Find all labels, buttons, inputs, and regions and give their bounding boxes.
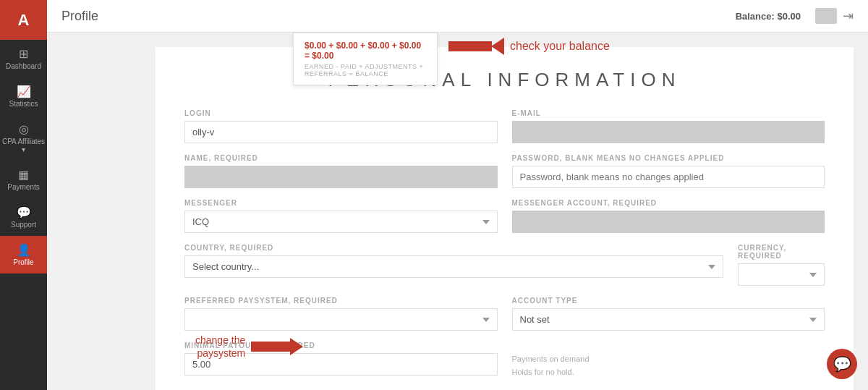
name-input[interactable] xyxy=(184,166,498,188)
email-group: E-MAIL xyxy=(512,109,825,143)
login-group: LOGIN xyxy=(184,109,498,143)
change-paysystem-annotation: change the paysystem xyxy=(195,334,303,360)
form-row-4: COUNTRY, REQUIRED Select country... CURR… xyxy=(184,244,825,286)
payment-note: Payments on demand Holds for no hold. xyxy=(512,353,825,378)
paysystem-select[interactable] xyxy=(184,308,498,331)
email-input[interactable] xyxy=(512,121,825,143)
balance-label: Balance: xyxy=(736,11,775,22)
messenger-account-label: MESSENGER ACCOUNT, REQUIRED xyxy=(512,199,825,207)
balance-labels: EARNED - PAID + ADJUSTMENTS + REFERRALS … xyxy=(305,63,426,77)
avatar xyxy=(815,8,837,24)
sidebar-item-label: Support xyxy=(11,221,36,229)
balance-formula: $0.00 + $0.00 + $0.00 + $0.00 = $0.00 xyxy=(305,41,426,61)
account-type-select[interactable]: Not set xyxy=(512,308,825,331)
sidebar-item-label: Statistics xyxy=(9,100,38,108)
login-label: LOGIN xyxy=(184,109,498,117)
check-balance-text: check your balance xyxy=(510,40,610,53)
name-group: NAME, REQUIRED xyxy=(184,154,498,188)
currency-select-wrapper xyxy=(738,263,825,286)
paysystem-group: PREFERRED PAYSYSTEM, REQUIRED xyxy=(184,297,498,331)
payment-note-spacer xyxy=(512,342,825,349)
form-row-2: NAME, REQUIRED PASSWORD, BLANK MEANS NO … xyxy=(184,154,825,188)
country-select-wrapper: Select country... xyxy=(184,255,723,278)
sidebar-item-support[interactable]: 💬 Support xyxy=(0,198,47,236)
paysystem-label: PREFERRED PAYSYSTEM, REQUIRED xyxy=(184,297,498,305)
messenger-select-wrapper: ICQ Skype Telegram WhatsApp xyxy=(184,211,498,233)
payments-icon: ▦ xyxy=(18,168,29,182)
form-row-3: MESSENGER ICQ Skype Telegram WhatsApp ME… xyxy=(184,199,825,233)
login-input[interactable] xyxy=(184,121,498,143)
payment-note-line1: Payments on demand xyxy=(512,353,825,366)
dashboard-icon: ⊞ xyxy=(19,47,28,61)
form-row-5: PREFERRED PAYSYSTEM, REQUIRED ACCOUNT TY… xyxy=(184,297,825,331)
country-label: COUNTRY, REQUIRED xyxy=(184,244,723,252)
sidebar-item-payments[interactable]: ▦ Payments xyxy=(0,161,47,198)
logo-letter: A xyxy=(18,11,30,30)
sidebar-item-label: CPA Affiliates xyxy=(2,137,45,145)
cpa-icon: ◎ xyxy=(19,122,29,136)
name-label: NAME, REQUIRED xyxy=(184,154,498,162)
profile-icon: 👤 xyxy=(17,243,31,257)
password-input[interactable] xyxy=(512,166,825,188)
messenger-select[interactable]: ICQ Skype Telegram WhatsApp xyxy=(184,211,498,233)
messenger-label: MESSENGER xyxy=(184,199,498,207)
sidebar-item-dashboard[interactable]: ⊞ Dashboard xyxy=(0,40,47,77)
currency-select[interactable] xyxy=(738,263,825,286)
sidebar-item-cpa-affiliates[interactable]: ◎ CPA Affiliates ▾ xyxy=(0,115,47,161)
content-area: change the paysystem PERSONAL INFORMATIO… xyxy=(47,33,868,390)
change-paysystem-text-2: paysystem xyxy=(197,347,245,360)
page-title: Profile xyxy=(61,9,736,24)
email-label: E-MAIL xyxy=(512,109,825,117)
currency-group: CURRENCY, REQUIRED xyxy=(738,244,825,286)
currency-label: CURRENCY, REQUIRED xyxy=(738,244,825,260)
header: Profile Balance: $0.00 ⇥ $0.00 + $0.00 +… xyxy=(47,0,868,33)
sidebar-item-profile[interactable]: 👤 Profile xyxy=(0,236,47,274)
chat-bubble[interactable]: 💬 xyxy=(827,349,857,379)
balance-display: Balance: $0.00 xyxy=(736,11,801,22)
statistics-icon: 📈 xyxy=(17,85,31,98)
change-paysystem-arrow xyxy=(251,338,303,355)
main-content: Profile Balance: $0.00 ⇥ $0.00 + $0.00 +… xyxy=(47,0,868,390)
messenger-group: MESSENGER ICQ Skype Telegram WhatsApp xyxy=(184,199,498,233)
logout-icon[interactable]: ⇥ xyxy=(843,8,854,24)
messenger-account-input[interactable] xyxy=(512,211,825,233)
form-row-1: LOGIN E-MAIL xyxy=(184,109,825,143)
chevron-down-icon: ▾ xyxy=(22,145,25,153)
balance-tooltip: $0.00 + $0.00 + $0.00 + $0.00 = $0.00 EA… xyxy=(293,33,438,85)
sidebar-item-label: Payments xyxy=(7,183,39,191)
password-label: PASSWORD, BLANK MEANS NO CHANGES APPLIED xyxy=(512,154,825,162)
payment-note-line2: Holds for no hold. xyxy=(512,366,825,379)
chat-icon: 💬 xyxy=(833,355,851,373)
account-type-select-wrapper: Not set xyxy=(512,308,825,331)
account-type-label: ACCOUNT TYPE xyxy=(512,297,825,305)
check-balance-annotation: check your balance xyxy=(448,38,610,55)
sidebar-item-statistics[interactable]: 📈 Statistics xyxy=(0,77,47,115)
support-icon: 💬 xyxy=(17,205,31,219)
messenger-account-group: MESSENGER ACCOUNT, REQUIRED xyxy=(512,199,825,233)
account-type-group: ACCOUNT TYPE Not set xyxy=(512,297,825,331)
check-balance-arrow xyxy=(448,38,504,55)
sidebar: A ⊞ Dashboard 📈 Statistics ◎ CPA Affilia… xyxy=(0,0,47,390)
paysystem-select-wrapper xyxy=(184,308,498,331)
country-group: COUNTRY, REQUIRED Select country... xyxy=(184,244,723,286)
password-group: PASSWORD, BLANK MEANS NO CHANGES APPLIED xyxy=(512,154,825,188)
sidebar-item-label: Dashboard xyxy=(6,62,41,70)
country-select[interactable]: Select country... xyxy=(184,255,723,278)
sidebar-item-label: Profile xyxy=(13,258,33,266)
balance-value: $0.00 xyxy=(777,11,801,22)
form-title: PERSONAL INFORMATION xyxy=(184,69,825,91)
header-right: ⇥ xyxy=(815,8,854,24)
sidebar-logo[interactable]: A xyxy=(0,0,47,40)
change-paysystem-text-1: change the xyxy=(195,334,245,347)
payment-note-group: Payments on demand Holds for no hold. xyxy=(512,342,825,378)
